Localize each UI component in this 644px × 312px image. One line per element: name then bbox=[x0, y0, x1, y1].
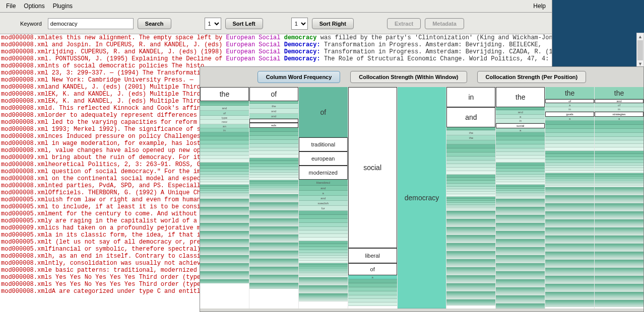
freq-block[interactable] bbox=[446, 164, 495, 168]
freq-block[interactable] bbox=[496, 144, 545, 148]
freq-block[interactable] bbox=[299, 219, 348, 223]
freq-block[interactable]: the bbox=[545, 87, 594, 99]
freq-block[interactable] bbox=[299, 300, 348, 301]
freq-block[interactable] bbox=[249, 119, 298, 123]
freq-block[interactable] bbox=[595, 133, 643, 137]
freq-block[interactable]: in bbox=[545, 107, 594, 112]
tab-collocation-perpos[interactable]: Collocation Strength (Per Position) bbox=[477, 71, 587, 83]
freq-block[interactable]: of bbox=[595, 103, 643, 107]
sort-left-count[interactable]: 1 bbox=[205, 18, 221, 30]
freq-block[interactable] bbox=[249, 151, 298, 154]
freq-block[interactable] bbox=[446, 171, 495, 175]
freq-block[interactable]: new bbox=[200, 120, 249, 124]
freq-block[interactable] bbox=[446, 157, 495, 161]
sort-right-button[interactable]: Sort Right bbox=[312, 18, 354, 29]
freq-block[interactable]: and bbox=[496, 110, 545, 115]
concordance-line[interactable]: mod000008.xml and Jospin. In CUPERUS, R.… bbox=[0, 41, 552, 48]
search-button[interactable]: Search bbox=[138, 18, 171, 29]
freq-block[interactable] bbox=[348, 279, 397, 283]
freq-block[interactable]: and bbox=[249, 114, 298, 119]
sort-left-button[interactable]: Sort Left bbox=[225, 18, 263, 29]
freq-block[interactable]: the bbox=[446, 135, 495, 140]
freq-block[interactable] bbox=[446, 152, 495, 157]
freq-block[interactable] bbox=[249, 136, 298, 140]
menu-options[interactable]: Options bbox=[20, 1, 48, 11]
concordance-line[interactable]: mod000008.xml. PONTUSSON, J. (1995) Expl… bbox=[0, 55, 552, 62]
freq-block[interactable]: an bbox=[200, 124, 249, 128]
freq-block[interactable]: the bbox=[249, 104, 298, 109]
freq-block[interactable] bbox=[595, 140, 643, 144]
freq-block[interactable] bbox=[496, 148, 545, 152]
freq-block[interactable] bbox=[249, 144, 298, 147]
freq-block[interactable]: and bbox=[446, 107, 495, 127]
freq-block[interactable] bbox=[446, 304, 495, 305]
freq-block[interactable] bbox=[496, 159, 545, 163]
freq-block[interactable] bbox=[496, 307, 545, 308]
freq-block[interactable] bbox=[496, 132, 545, 136]
freq-block[interactable] bbox=[200, 155, 249, 159]
freq-block[interactable]: liberal bbox=[348, 248, 397, 263]
freq-block[interactable] bbox=[446, 161, 495, 164]
freq-block[interactable]: social bbox=[496, 123, 545, 128]
freq-block[interactable] bbox=[348, 291, 397, 295]
freq-block[interactable] bbox=[249, 147, 298, 151]
freq-block[interactable]: democracy bbox=[398, 87, 446, 308]
freq-block[interactable]: in bbox=[496, 119, 545, 123]
freq-block[interactable] bbox=[545, 133, 594, 137]
freq-block[interactable]: and bbox=[595, 99, 643, 103]
freq-block[interactable]: traditional bbox=[299, 137, 348, 151]
freq-block[interactable] bbox=[299, 223, 348, 227]
freq-block[interactable]: of bbox=[348, 263, 397, 275]
freq-block[interactable]: and bbox=[299, 196, 348, 201]
tab-column-word-frequency[interactable]: Column Word Frequency bbox=[257, 71, 341, 83]
freq-block[interactable] bbox=[595, 125, 643, 129]
freq-block[interactable]: eds bbox=[249, 123, 298, 128]
freq-block[interactable]: liberalized bbox=[299, 180, 348, 186]
scrollbar[interactable]: ▲ ▼ bbox=[636, 33, 644, 68]
freq-block[interactable] bbox=[545, 125, 594, 129]
freq-block[interactable] bbox=[545, 144, 594, 147]
freq-block[interactable] bbox=[348, 302, 397, 306]
freq-block[interactable]: a bbox=[595, 117, 643, 121]
freq-block[interactable] bbox=[496, 136, 545, 140]
freq-block[interactable] bbox=[348, 295, 397, 299]
freq-block[interactable]: a bbox=[545, 117, 594, 121]
freq-block[interactable] bbox=[545, 147, 594, 151]
freq-block[interactable] bbox=[496, 140, 545, 144]
freq-block[interactable] bbox=[299, 234, 348, 238]
scroll-up-icon[interactable]: ▲ bbox=[637, 33, 643, 40]
freq-block[interactable]: type bbox=[200, 116, 249, 120]
freq-block[interactable]: in bbox=[595, 107, 643, 112]
freq-block[interactable] bbox=[299, 215, 348, 219]
scrollbar-thumb[interactable] bbox=[637, 40, 643, 60]
freq-block[interactable]: and bbox=[299, 186, 348, 191]
freq-block[interactable] bbox=[446, 140, 495, 144]
freq-block[interactable]: of bbox=[249, 87, 298, 101]
freq-block[interactable] bbox=[446, 168, 495, 171]
freq-block[interactable]: modernized bbox=[299, 166, 348, 180]
freq-block[interactable] bbox=[249, 140, 298, 144]
freq-block[interactable]: a bbox=[496, 115, 545, 119]
freq-block[interactable]: a bbox=[299, 191, 348, 196]
freq-block[interactable]: goals bbox=[545, 112, 594, 117]
freq-block[interactable] bbox=[545, 137, 594, 140]
freq-block[interactable] bbox=[595, 306, 643, 307]
freq-block[interactable]: a bbox=[496, 128, 545, 132]
freq-block[interactable]: the bbox=[446, 130, 495, 135]
freq-block[interactable]: in bbox=[446, 87, 495, 107]
menu-plugins[interactable]: Plugins bbox=[49, 1, 77, 11]
freq-block[interactable] bbox=[545, 140, 594, 144]
freq-block[interactable] bbox=[200, 152, 249, 155]
freq-block[interactable] bbox=[348, 299, 397, 302]
freq-block[interactable] bbox=[249, 132, 298, 136]
freq-block[interactable] bbox=[545, 121, 594, 125]
freq-block[interactable] bbox=[496, 152, 545, 155]
freq-block[interactable] bbox=[595, 121, 643, 125]
menu-file[interactable]: File bbox=[2, 1, 20, 11]
keyword-input[interactable] bbox=[48, 18, 134, 29]
concordance-line[interactable]: mod000008.xmlrijding. CUPERUS, R. and KA… bbox=[0, 48, 552, 55]
freq-block[interactable]: swedish bbox=[299, 201, 348, 206]
freq-block[interactable] bbox=[200, 282, 249, 283]
freq-block[interactable] bbox=[446, 144, 495, 148]
freq-block[interactable] bbox=[200, 136, 249, 140]
